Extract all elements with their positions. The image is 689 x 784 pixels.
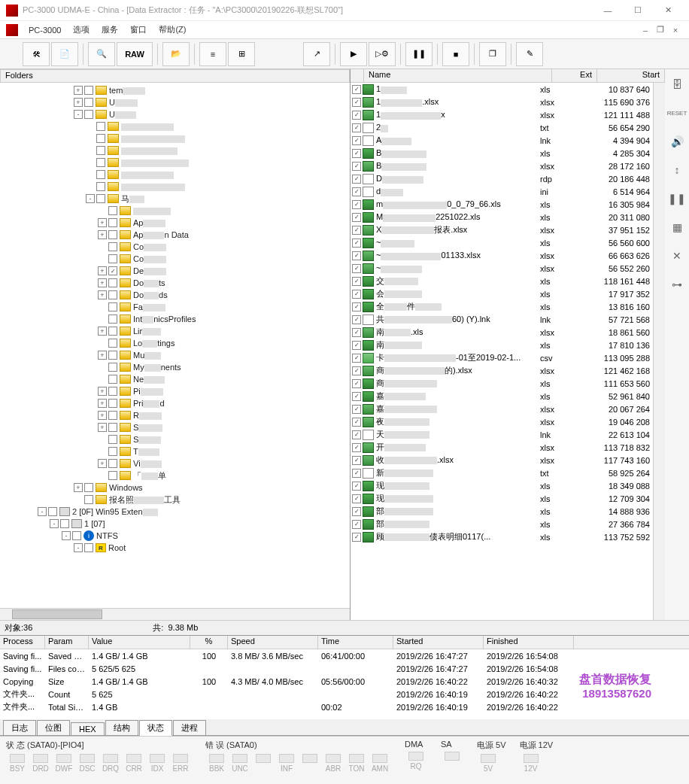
file-row[interactable]: 商xls111 653 560 — [351, 377, 653, 390]
file-row[interactable]: 嘉xls52 961 840 — [351, 390, 653, 403]
pcol-started[interactable]: Started — [393, 636, 484, 649]
menu-window[interactable]: 窗口 — [124, 23, 153, 37]
tree-node[interactable]: Co — [2, 253, 348, 265]
mdi-minimize[interactable]: – — [638, 26, 653, 35]
pcol-param[interactable]: Param — [45, 636, 89, 649]
tree-node[interactable]: +De — [2, 265, 348, 277]
tool-binoculars-icon[interactable]: 🔍 — [88, 42, 115, 66]
tree-node[interactable]: -iNTFS — [2, 530, 348, 542]
file-row[interactable]: 2txt56 654 290 — [351, 121, 653, 134]
file-row[interactable]: 卡-01至2019-02-1...csv113 095 288 — [351, 351, 653, 364]
side-slider-icon[interactable]: ↕ — [668, 161, 686, 179]
file-row[interactable]: dini6 514 964 — [351, 185, 653, 198]
file-row[interactable]: 夜xlsx19 046 208 — [351, 415, 653, 428]
side-chip-icon[interactable]: ▦ — [668, 218, 686, 236]
tree-node[interactable] — [2, 120, 348, 132]
file-row[interactable]: ~01133.xlsxxlsx66 663 626 — [351, 249, 653, 262]
tree-node[interactable] — [2, 181, 348, 193]
tree-node[interactable]: Co — [2, 241, 348, 253]
file-row[interactable]: Bxlsx28 172 160 — [351, 160, 653, 172]
tree-node[interactable]: +Ap — [2, 217, 348, 229]
tab-状态[interactable]: 状态 — [139, 720, 172, 736]
col-ext[interactable]: Ext — [552, 69, 597, 82]
file-row[interactable]: 1xxlsx121 111 488 — [351, 108, 653, 121]
minimize-button[interactable]: — — [593, 2, 623, 20]
file-row[interactable]: 顾债表明细0117(...xls113 752 592 — [351, 530, 653, 543]
col-start[interactable]: Start — [597, 69, 665, 82]
tool-list2-icon[interactable]: ⊞ — [228, 42, 255, 66]
tree-node[interactable]: +Vi — [2, 457, 348, 469]
file-row[interactable]: 南.xlsxlsx18 861 560 — [351, 326, 653, 339]
file-row[interactable]: 会xls17 917 352 — [351, 287, 653, 300]
col-name[interactable]: Name — [364, 69, 552, 82]
tool-pause-icon[interactable]: ❚❚ — [405, 42, 433, 66]
tree-node[interactable]: +Dods — [2, 289, 348, 301]
side-disk-icon[interactable]: 🗄 — [668, 75, 686, 93]
tree-node[interactable]: IntnicsProfiles — [2, 313, 348, 325]
file-row[interactable]: 收.xlsxxlsx117 743 160 — [351, 454, 653, 466]
tree-node[interactable]: +U — [2, 96, 348, 108]
menu-options[interactable]: 选项 — [67, 23, 96, 37]
file-row[interactable]: Alnk4 394 904 — [351, 134, 653, 147]
tree-node[interactable]: 「单 — [2, 469, 348, 482]
tree-node[interactable]: Lotings — [2, 337, 348, 349]
tree-node[interactable]: +Apn Data — [2, 229, 348, 241]
file-row[interactable]: Bxls4 285 304 — [351, 147, 653, 160]
file-row[interactable]: 现xls18 349 088 — [351, 479, 653, 492]
tree-node[interactable] — [2, 144, 348, 156]
tool-export-icon[interactable]: ↗ — [303, 42, 330, 66]
tree-node[interactable]: 报名照工具 — [2, 494, 348, 506]
file-row[interactable]: 交xls118 161 448 — [351, 275, 653, 287]
process-row[interactable]: CopyingSize1.4 GB/ 1.4 GB1004.3 MB/ 4.0 … — [0, 675, 689, 688]
tool-hammer-icon[interactable]: 🛠 — [23, 42, 50, 66]
tree-node[interactable] — [2, 169, 348, 181]
tree-node[interactable]: Mynents — [2, 361, 348, 373]
tree-node[interactable]: +S — [2, 421, 348, 433]
mdi-close[interactable]: × — [668, 26, 683, 35]
file-row[interactable]: 开xlsx113 718 832 — [351, 441, 653, 454]
tree-node[interactable]: +Mu — [2, 349, 348, 361]
tool-doc-icon[interactable]: 📄 — [51, 42, 78, 66]
file-row[interactable]: 1xls10 837 640 — [351, 83, 653, 96]
file-row[interactable]: ~xls56 560 600 — [351, 236, 653, 249]
tree-node[interactable]: +R — [2, 409, 348, 421]
tab-进程[interactable]: 进程 — [173, 720, 206, 735]
tree-node[interactable]: +Prid — [2, 397, 348, 409]
file-row[interactable]: 新txt58 925 264 — [351, 466, 653, 479]
file-row[interactable]: 部xls27 366 784 — [351, 518, 653, 530]
file-row[interactable]: M2251022.xlsxls20 311 080 — [351, 211, 653, 223]
process-row[interactable]: Saving fi...Files cou...5 625/5 6252019/… — [0, 662, 689, 675]
tree-node[interactable] — [2, 205, 348, 217]
side-plug-icon[interactable]: ⊶ — [668, 275, 686, 293]
pcol-speed[interactable]: Speed — [228, 636, 318, 649]
side-reset-icon[interactable]: RESET — [668, 104, 686, 122]
pcol-value[interactable]: Value — [89, 636, 190, 649]
pcol-process[interactable]: Process — [0, 636, 45, 649]
tree-node[interactable]: +Pi — [2, 385, 348, 397]
side-x-icon[interactable]: ✕ — [668, 247, 686, 265]
file-vscrollbar[interactable] — [653, 83, 665, 620]
file-row[interactable]: 嘉xlsx20 067 264 — [351, 403, 653, 415]
pcol-pct[interactable]: % — [190, 636, 228, 649]
tool-copy-icon[interactable]: ❐ — [479, 42, 506, 66]
tree-node[interactable]: -2 [0F] Win95 Exten — [2, 506, 348, 518]
tree-node[interactable]: -RRoot — [2, 542, 348, 554]
file-row[interactable]: 1.xlsxxlsx115 690 376 — [351, 96, 653, 108]
tree-node[interactable] — [2, 156, 348, 169]
tree-node[interactable]: -马 — [2, 193, 348, 205]
process-table-body[interactable]: Saving fi...Saved si...1.4 GB/ 1.4 GB100… — [0, 649, 689, 719]
mdi-restore[interactable]: ❐ — [653, 25, 668, 35]
tree-node[interactable]: Fa — [2, 301, 348, 313]
pcol-finished[interactable]: Finished — [484, 636, 574, 649]
tool-stop-icon[interactable]: ■ — [442, 42, 469, 66]
tree-node[interactable]: +Windows — [2, 482, 348, 494]
tool-folder-open-icon[interactable]: 📂 — [162, 42, 190, 66]
tool-play-icon[interactable]: ▶ — [340, 42, 367, 66]
tool-edit-icon[interactable]: ✎ — [516, 42, 543, 66]
tool-play-settings-icon[interactable]: ▷⚙ — [369, 42, 396, 66]
tree-node[interactable]: S — [2, 433, 348, 445]
tree-hscrollbar[interactable] — [0, 608, 350, 620]
col-check[interactable] — [351, 69, 364, 82]
tab-结构[interactable]: 结构 — [105, 720, 138, 735]
menu-help[interactable]: 帮助(Z) — [153, 23, 192, 37]
